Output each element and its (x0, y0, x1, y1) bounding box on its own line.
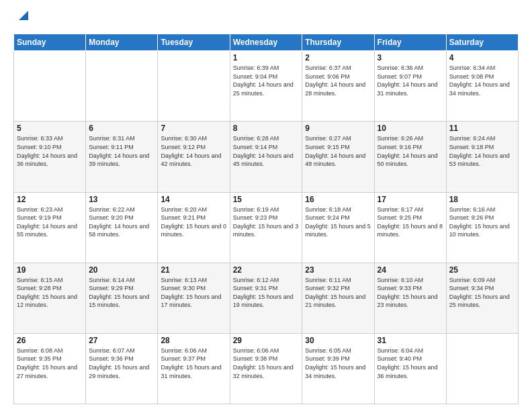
day-number: 6 (89, 124, 154, 133)
day-info: Sunrise: 6:05 AMSunset: 9:39 PMDaylight:… (305, 347, 365, 379)
day-number: 21 (161, 265, 226, 275)
day-info: Sunrise: 6:09 AMSunset: 9:34 PMDaylight:… (449, 277, 510, 309)
calendar-cell: 14 Sunrise: 6:20 AMSunset: 9:21 PMDaylig… (158, 192, 230, 263)
day-number: 2 (305, 53, 371, 62)
calendar-cell: 16 Sunrise: 6:18 AMSunset: 9:24 PMDaylig… (302, 192, 374, 263)
day-info: Sunrise: 6:12 AMSunset: 9:31 PMDaylight:… (233, 277, 294, 309)
day-info: Sunrise: 6:14 AMSunset: 9:29 PMDaylight:… (89, 277, 149, 309)
calendar-cell: 23 Sunrise: 6:11 AMSunset: 9:32 PMDaylig… (302, 263, 374, 333)
day-info: Sunrise: 6:37 AMSunset: 9:06 PMDaylight:… (305, 64, 365, 97)
day-number: 1 (233, 53, 300, 62)
day-number: 17 (378, 195, 443, 204)
day-number: 3 (378, 53, 443, 62)
day-info: Sunrise: 6:20 AMSunset: 9:21 PMDaylight:… (161, 206, 226, 238)
day-number: 30 (305, 336, 371, 345)
day-info: Sunrise: 6:24 AMSunset: 9:18 PMDaylight:… (449, 135, 510, 167)
calendar-cell: 4 Sunrise: 6:34 AMSunset: 9:08 PMDayligh… (446, 51, 518, 122)
day-number: 12 (17, 195, 83, 204)
calendar-cell: 25 Sunrise: 6:09 AMSunset: 9:34 PMDaylig… (446, 263, 518, 333)
day-info: Sunrise: 6:06 AMSunset: 9:38 PMDaylight:… (233, 347, 294, 379)
day-header-monday: Monday (86, 34, 158, 51)
calendar-cell: 24 Sunrise: 6:10 AMSunset: 9:33 PMDaylig… (374, 263, 446, 333)
calendar-cell: 29 Sunrise: 6:06 AMSunset: 9:38 PMDaylig… (230, 333, 302, 404)
day-info: Sunrise: 6:36 AMSunset: 9:07 PMDaylight:… (378, 64, 438, 97)
day-info: Sunrise: 6:34 AMSunset: 9:08 PMDaylight:… (449, 64, 510, 97)
day-info: Sunrise: 6:39 AMSunset: 9:04 PMDaylight:… (233, 64, 294, 97)
calendar-week-row: 5 Sunrise: 6:33 AMSunset: 9:10 PMDayligh… (14, 122, 519, 192)
calendar-cell: 15 Sunrise: 6:19 AMSunset: 9:23 PMDaylig… (230, 192, 302, 263)
day-header-saturday: Saturday (446, 34, 518, 51)
day-info: Sunrise: 6:22 AMSunset: 9:20 PMDaylight:… (89, 206, 149, 238)
day-info: Sunrise: 6:15 AMSunset: 9:28 PMDaylight:… (17, 277, 77, 309)
day-number: 24 (378, 265, 443, 275)
logo-block (13, 11, 31, 27)
calendar-cell (446, 333, 518, 404)
calendar-cell: 10 Sunrise: 6:26 AMSunset: 9:16 PMDaylig… (374, 122, 446, 192)
day-info: Sunrise: 6:31 AMSunset: 9:11 PMDaylight:… (89, 135, 149, 167)
day-header-sunday: Sunday (14, 34, 86, 51)
day-number: 16 (305, 195, 371, 204)
calendar-week-row: 19 Sunrise: 6:15 AMSunset: 9:28 PMDaylig… (14, 263, 519, 333)
day-info: Sunrise: 6:17 AMSunset: 9:25 PMDaylight:… (378, 206, 443, 238)
header (13, 11, 519, 27)
calendar-cell: 8 Sunrise: 6:28 AMSunset: 9:14 PMDayligh… (230, 122, 302, 192)
calendar-cell: 30 Sunrise: 6:05 AMSunset: 9:39 PMDaylig… (302, 333, 374, 404)
calendar-cell: 28 Sunrise: 6:06 AMSunset: 9:37 PMDaylig… (158, 333, 230, 404)
day-number: 9 (305, 124, 371, 133)
day-header-friday: Friday (374, 34, 446, 51)
calendar-cell: 26 Sunrise: 6:08 AMSunset: 9:35 PMDaylig… (14, 333, 86, 404)
calendar-cell: 21 Sunrise: 6:13 AMSunset: 9:30 PMDaylig… (158, 263, 230, 333)
day-number: 31 (378, 336, 443, 345)
day-info: Sunrise: 6:19 AMSunset: 9:23 PMDaylight:… (233, 206, 299, 238)
calendar-cell: 22 Sunrise: 6:12 AMSunset: 9:31 PMDaylig… (230, 263, 302, 333)
day-info: Sunrise: 6:33 AMSunset: 9:10 PMDaylight:… (17, 135, 77, 167)
day-number: 10 (378, 124, 443, 133)
logo (13, 11, 31, 27)
day-number: 19 (17, 265, 83, 275)
calendar-cell (14, 51, 86, 122)
day-number: 7 (161, 124, 226, 133)
day-header-wednesday: Wednesday (230, 34, 302, 51)
calendar-cell: 18 Sunrise: 6:16 AMSunset: 9:26 PMDaylig… (446, 192, 518, 263)
day-info: Sunrise: 6:04 AMSunset: 9:40 PMDaylight:… (378, 347, 438, 379)
day-number: 14 (161, 195, 226, 204)
calendar-header-row: SundayMondayTuesdayWednesdayThursdayFrid… (14, 34, 519, 51)
calendar-cell: 27 Sunrise: 6:07 AMSunset: 9:36 PMDaylig… (86, 333, 158, 404)
day-info: Sunrise: 6:08 AMSunset: 9:35 PMDaylight:… (17, 347, 77, 379)
day-number: 22 (233, 265, 300, 275)
calendar-week-row: 1 Sunrise: 6:39 AMSunset: 9:04 PMDayligh… (14, 51, 519, 122)
day-info: Sunrise: 6:23 AMSunset: 9:19 PMDaylight:… (17, 206, 77, 238)
logo-icon (16, 8, 31, 23)
calendar-cell (158, 51, 230, 122)
calendar-week-row: 12 Sunrise: 6:23 AMSunset: 9:19 PMDaylig… (14, 192, 519, 263)
day-info: Sunrise: 6:30 AMSunset: 9:12 PMDaylight:… (161, 135, 221, 167)
day-header-thursday: Thursday (302, 34, 374, 51)
calendar-cell (86, 51, 158, 122)
day-number: 23 (305, 265, 371, 275)
day-info: Sunrise: 6:06 AMSunset: 9:37 PMDaylight:… (161, 347, 221, 379)
day-header-tuesday: Tuesday (158, 34, 230, 51)
day-number: 29 (233, 336, 300, 345)
day-number: 13 (89, 195, 154, 204)
day-info: Sunrise: 6:10 AMSunset: 9:33 PMDaylight:… (378, 277, 438, 309)
day-number: 4 (449, 53, 515, 62)
calendar-cell: 9 Sunrise: 6:27 AMSunset: 9:15 PMDayligh… (302, 122, 374, 192)
calendar-cell: 7 Sunrise: 6:30 AMSunset: 9:12 PMDayligh… (158, 122, 230, 192)
day-number: 18 (449, 195, 515, 204)
day-number: 11 (449, 124, 515, 133)
calendar-cell: 20 Sunrise: 6:14 AMSunset: 9:29 PMDaylig… (86, 263, 158, 333)
calendar-cell: 11 Sunrise: 6:24 AMSunset: 9:18 PMDaylig… (446, 122, 518, 192)
calendar-cell: 5 Sunrise: 6:33 AMSunset: 9:10 PMDayligh… (14, 122, 86, 192)
day-number: 8 (233, 124, 300, 133)
calendar-cell: 3 Sunrise: 6:36 AMSunset: 9:07 PMDayligh… (374, 51, 446, 122)
calendar-week-row: 26 Sunrise: 6:08 AMSunset: 9:35 PMDaylig… (14, 333, 519, 404)
day-number: 26 (17, 336, 83, 345)
calendar-cell: 6 Sunrise: 6:31 AMSunset: 9:11 PMDayligh… (86, 122, 158, 192)
calendar-cell: 12 Sunrise: 6:23 AMSunset: 9:19 PMDaylig… (14, 192, 86, 263)
calendar-cell: 2 Sunrise: 6:37 AMSunset: 9:06 PMDayligh… (302, 51, 374, 122)
day-number: 20 (89, 265, 154, 275)
calendar-table: SundayMondayTuesdayWednesdayThursdayFrid… (13, 34, 519, 404)
calendar-cell: 19 Sunrise: 6:15 AMSunset: 9:28 PMDaylig… (14, 263, 86, 333)
calendar-cell: 1 Sunrise: 6:39 AMSunset: 9:04 PMDayligh… (230, 51, 302, 122)
day-number: 28 (161, 336, 226, 345)
